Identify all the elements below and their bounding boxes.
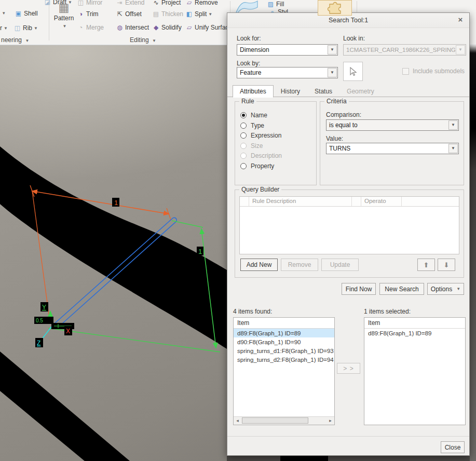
shell-label: Shell	[24, 10, 38, 17]
radio-expression[interactable]	[240, 132, 247, 139]
fill-icon: ▨	[267, 1, 275, 8]
look-by-caret-icon[interactable]: ▼	[328, 68, 337, 77]
find-now-button[interactable]: Find Now	[342, 283, 376, 295]
rule-group: Rule NameTypeExpressionSizeDescriptionPr…	[235, 101, 317, 185]
orange-dimension-value[interactable]: 1	[114, 199, 118, 207]
application-window: 1 1 0.5 Y X Z	[0, 0, 476, 461]
rule-option-size: Size	[240, 142, 263, 150]
offset-button[interactable]: ⇱Offset	[116, 10, 152, 18]
look-for-caret-icon[interactable]: ▼	[328, 45, 337, 55]
remove-icon: ▱	[185, 0, 193, 6]
tab-geometry: Geometry	[339, 85, 382, 98]
puzzle-icon	[324, 2, 345, 14]
close-button[interactable]: Close	[441, 441, 465, 453]
caret-down-icon: ▼	[208, 12, 212, 17]
comparison-value: is equal to	[327, 120, 448, 130]
list-item[interactable]: spring_turns_d1:F8(Graph_1) ID=93	[234, 346, 334, 355]
green-extension-line-long	[48, 328, 220, 352]
mirror-label: Mirror	[86, 0, 102, 6]
list-item[interactable]: d90:F8(Graph_1) ID=90	[234, 337, 334, 346]
edge-dropdown-caret-icon[interactable]: ▾	[3, 10, 5, 16]
found-list-header: Item	[234, 318, 334, 329]
query-builder-title: Query Builder	[239, 186, 281, 193]
trim-button[interactable]: ◑Trim	[77, 10, 116, 18]
remove-button[interactable]: ▱Remove	[185, 0, 235, 7]
comparison-caret-icon[interactable]: ▼	[448, 120, 458, 130]
radio-name-selected[interactable]	[240, 112, 247, 118]
fill-button[interactable]: ▨ Fill	[267, 0, 284, 8]
rule-option-expression[interactable]: Expression	[240, 131, 281, 140]
rule-option-property[interactable]: Property	[240, 162, 274, 170]
tab-status[interactable]: Status	[307, 85, 339, 98]
green-dimension-value[interactable]: 1	[198, 248, 202, 255]
scroll-thumb[interactable]	[242, 417, 308, 424]
z-axis-label: Z	[37, 340, 40, 347]
look-in-label: Look in:	[343, 35, 365, 42]
engineering-group-label[interactable]: neering ▼	[1, 36, 29, 44]
rule-option-label: Type	[251, 122, 264, 129]
solidify-button[interactable]: ◆Solidify	[152, 23, 185, 32]
intersect-icon: ◍	[116, 24, 124, 31]
move-up-button[interactable]: ⬆	[417, 259, 435, 271]
close-icon[interactable]: ×	[456, 15, 465, 24]
pattern-button[interactable]: ▦ Pattern ▼	[52, 1, 76, 34]
value-caret-icon[interactable]: ▼	[448, 144, 458, 153]
rule-option-name[interactable]: Name	[240, 111, 267, 119]
x-axis-label: X	[66, 328, 70, 335]
thicken-label: Thicken	[161, 10, 183, 18]
found-list-hscrollbar[interactable]: ◂ ▸	[234, 416, 334, 425]
offset-icon: ⇱	[116, 11, 124, 18]
editing-group-label[interactable]: Editing ▼	[130, 36, 156, 44]
z-axis-line	[42, 326, 52, 340]
selected-items-list[interactable]: Item d89:F8(Graph_1) ID=89	[364, 317, 466, 425]
comparison-dropdown[interactable]: is equal to ▼	[326, 119, 459, 131]
options-button[interactable]: Options ▼	[427, 283, 464, 295]
select-items-button[interactable]	[343, 62, 363, 81]
transfer-button[interactable]: > >	[337, 363, 360, 374]
extend-button: ⇥Extend	[116, 0, 152, 7]
found-items-list[interactable]: Item d89:F8(Graph_1) ID=89d90:F8(Graph_1…	[233, 317, 335, 425]
value-dropdown[interactable]: TURNS ▼	[326, 143, 459, 154]
query-col-spacer	[352, 197, 361, 206]
dialog-footer-separator	[227, 436, 469, 437]
rule-option-label: Description	[251, 152, 282, 159]
scroll-right-icon[interactable]: ▸	[327, 417, 334, 424]
merge-button: ◔Merge	[77, 23, 116, 32]
shell-button[interactable]: ▣ Shell	[15, 9, 38, 18]
selected-count-label: 1 items selected:	[364, 308, 411, 315]
rule-option-type[interactable]: Type	[240, 121, 264, 130]
extend-label: Extend	[125, 0, 144, 6]
look-by-dropdown[interactable]: Feature ▼	[237, 67, 338, 78]
tab-attributes[interactable]: Attributes	[233, 85, 274, 98]
found-count-label: 4 items found:	[233, 308, 272, 315]
intersect-button[interactable]: ◍Intersect	[116, 23, 152, 32]
tab-history[interactable]: History	[274, 85, 307, 98]
radio-type[interactable]	[240, 123, 247, 129]
unify-surfac-label: Unify Surfac	[195, 24, 228, 31]
project-label: Project	[161, 0, 181, 6]
radio-property[interactable]	[240, 163, 247, 169]
boundary-blend-icon	[235, 0, 259, 13]
remove-button: Remove	[281, 259, 318, 271]
list-item[interactable]: d89:F8(Graph_1) ID=89	[364, 329, 465, 337]
cursor-arrow-icon	[348, 67, 358, 76]
mirror-button: ◫Mirror	[77, 0, 116, 7]
split-label: Split	[195, 10, 207, 18]
rib-button[interactable]: ◫ Rib ▼	[13, 24, 38, 32]
scroll-left-icon[interactable]: ◂	[234, 417, 241, 424]
rule-option-label: Size	[251, 142, 263, 150]
rule-option-label: Property	[251, 162, 274, 170]
criteria-group-title: Criteria	[324, 98, 349, 105]
pattern-icon: ▦	[52, 1, 76, 15]
project-button[interactable]: ∿Project	[152, 0, 185, 7]
look-for-dropdown[interactable]: Dimension ▼	[237, 44, 338, 56]
move-down-button[interactable]: ⬇	[438, 259, 455, 271]
list-item[interactable]: spring_turns_d2:F8(Graph_1) ID=94	[234, 355, 334, 364]
viewport-bottom-strip	[227, 456, 470, 461]
graph-feature-button[interactable]	[318, 0, 352, 16]
list-item-selected[interactable]: d89:F8(Graph_1) ID=89	[234, 329, 334, 337]
chamfer-button-cut[interactable]: r ▼	[0, 24, 8, 32]
intersect-label: Intersect	[125, 24, 149, 31]
new-search-button[interactable]: New Search	[379, 283, 424, 295]
add-new-button[interactable]: Add New	[240, 259, 278, 271]
